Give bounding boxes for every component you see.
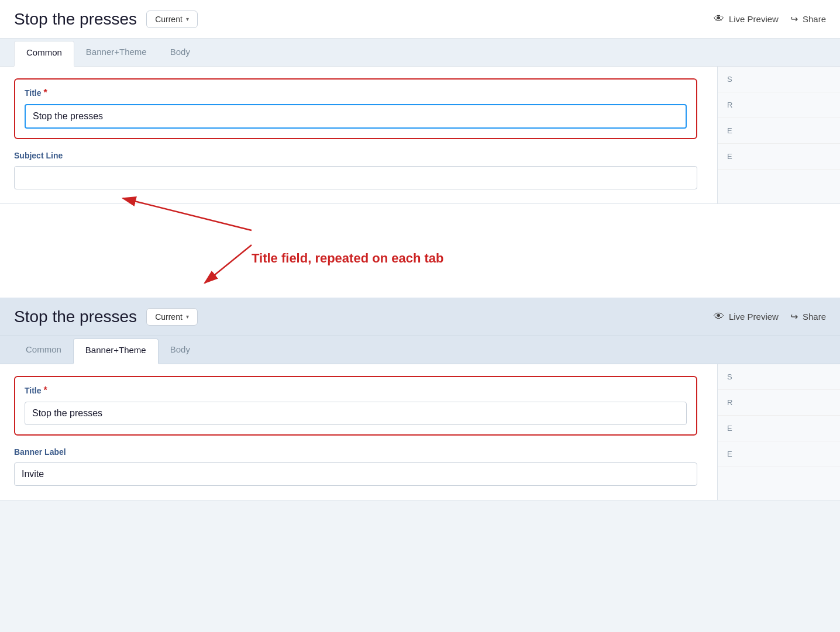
banner-label-section: Banner Label [14, 447, 697, 486]
header-actions: 👁 Live Preview ↪ Share [714, 13, 826, 25]
share-icon: ↪ [790, 13, 798, 25]
share-label: Share [803, 14, 826, 24]
annotation-svg [0, 181, 526, 298]
top-tabs-bar: Common Banner+Theme Body [0, 39, 840, 67]
bottom-right-sidebar: S R E E [717, 364, 840, 500]
share-button[interactable]: ↪ Share [790, 13, 826, 25]
title-field-box-bottom: Title * [14, 376, 697, 436]
bottom-sidebar-item-2: R [718, 390, 840, 416]
title-input-bottom[interactable] [25, 402, 687, 425]
title-field-box-top: Title * [14, 78, 697, 139]
current-dropdown-button[interactable]: Current ▾ [146, 11, 198, 28]
bottom-sidebar-item-3: E [718, 416, 840, 441]
live-preview-button[interactable]: 👁 Live Preview [714, 13, 779, 25]
banner-input[interactable] [14, 462, 697, 486]
title-label-top: Title * [25, 88, 687, 98]
bottom-current-dropdown-button[interactable]: Current ▾ [146, 308, 198, 326]
bottom-chevron-down-icon: ▾ [186, 313, 189, 320]
tab-body-bottom[interactable]: Body [159, 336, 202, 364]
bottom-panel-header: Stop the presses Current ▾ 👁 Live Previe… [0, 298, 840, 336]
top-right-sidebar: S R E E [717, 67, 840, 203]
tab-banner-theme-top[interactable]: Banner+Theme [74, 39, 159, 67]
title-label-bottom: Title * [25, 385, 687, 396]
page-title: Stop the presses [14, 10, 137, 29]
bottom-tabs-bar: Common Banner+Theme Body [0, 336, 840, 364]
sidebar-item-3: E [718, 118, 840, 144]
live-preview-label: Live Preview [729, 14, 779, 24]
bottom-share-label: Share [803, 312, 826, 322]
required-indicator-bottom: * [44, 385, 47, 396]
annotation-text: Title field, repeated on each tab [252, 251, 443, 266]
annotation-area: Title field, repeated on each tab [0, 204, 840, 298]
title-input-top[interactable] [25, 104, 687, 129]
sidebar-item-2: R [718, 92, 840, 118]
bottom-eye-icon: 👁 [714, 310, 724, 323]
current-label: Current [155, 15, 183, 24]
bottom-live-preview-label: Live Preview [729, 312, 779, 322]
bottom-page-title: Stop the presses [14, 308, 137, 326]
eye-icon: 👁 [714, 13, 724, 25]
bottom-panel: Stop the presses Current ▾ 👁 Live Previe… [0, 298, 840, 500]
tab-banner-theme-bottom[interactable]: Banner+Theme [73, 339, 159, 364]
bottom-share-icon: ↪ [790, 311, 798, 322]
required-indicator-top: * [44, 88, 47, 98]
bottom-current-label: Current [155, 312, 183, 322]
sidebar-item-4: E [718, 144, 840, 170]
tab-common-top[interactable]: Common [14, 41, 74, 67]
chevron-down-icon: ▾ [186, 16, 189, 22]
bottom-live-preview-button[interactable]: 👁 Live Preview [714, 310, 779, 323]
svg-line-3 [205, 245, 252, 283]
svg-line-2 [123, 198, 252, 230]
subject-label: Subject Line [14, 151, 697, 160]
bottom-panel-content: S R E E Title * Banner Label [0, 364, 840, 500]
tab-body-top[interactable]: Body [159, 39, 202, 67]
sidebar-item-1: S [718, 67, 840, 92]
bottom-sidebar-item-1: S [718, 364, 840, 390]
banner-field-label: Banner Label [14, 447, 697, 457]
top-panel-header: Stop the presses Current ▾ 👁 Live Previe… [0, 0, 840, 39]
bottom-share-button[interactable]: ↪ Share [790, 311, 826, 322]
tab-common-bottom[interactable]: Common [14, 336, 73, 364]
top-panel: Stop the presses Current ▾ 👁 Live Previe… [0, 0, 840, 204]
bottom-header-actions: 👁 Live Preview ↪ Share [714, 310, 826, 323]
bottom-sidebar-item-4: E [718, 441, 840, 467]
